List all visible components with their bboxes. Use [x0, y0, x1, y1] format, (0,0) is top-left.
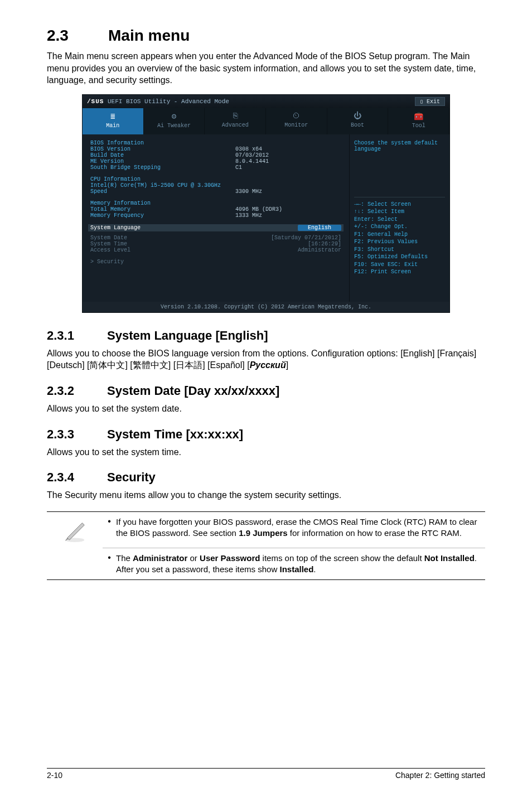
subsection-231-text: Allows you to choose the BIOS language v… — [47, 347, 485, 371]
help-f12: F12: Print Screen — [354, 268, 445, 276]
system-time-label: System Time — [90, 241, 308, 247]
help-hint: Choose the system default language — [354, 140, 445, 152]
gear-icon: ⚙ — [144, 112, 205, 121]
system-date-row[interactable]: System Date[Saturday 07/21/2012] — [90, 235, 341, 241]
bios-version-value: 0308 x64 — [235, 146, 262, 152]
pen-icon — [62, 518, 88, 543]
bios-info-header: BIOS Information — [90, 140, 235, 146]
subsection-233-num: 2.3.3 — [47, 427, 107, 442]
total-memory-label: Total Memory — [90, 206, 235, 212]
subsection-233-text: Allows you to set the system time. — [47, 446, 485, 458]
tool-icon: 🧰 — [388, 112, 449, 121]
tab-monitor-label: Monitor — [284, 122, 308, 128]
monitor-icon: ⏲ — [266, 112, 327, 120]
bios-footer: Version 2.10.1208. Copyright (C) 2012 Am… — [83, 302, 449, 312]
bios-left-panel: BIOS Information BIOS Version0308 x64 Bu… — [83, 134, 349, 302]
help-f1: F1: General Help — [354, 231, 445, 239]
mem-freq-value: 1333 MHz — [235, 212, 262, 219]
me-version-value: 8.0.4.1441 — [235, 158, 269, 165]
system-time-value: [16:26:29] — [308, 241, 341, 247]
note-2-text: The Administrator or User Password items… — [116, 553, 485, 576]
bios-brand: /SUS UEFI BIOS Utility - Advanced Mode — [87, 98, 229, 105]
tab-advanced[interactable]: ⎘Advanced — [205, 108, 266, 134]
tab-main-label: Main — [106, 123, 119, 129]
system-language-label: System Language — [90, 225, 298, 231]
bios-screenshot: /SUS UEFI BIOS Utility - Advanced Mode ▯… — [82, 94, 450, 313]
total-memory-value: 4096 MB (DDR3) — [235, 206, 282, 212]
help-select-screen: →←: Select Screen — [354, 201, 445, 209]
help-f3: F3: Shortcut — [354, 246, 445, 254]
section-number: 2.3 — [47, 27, 108, 45]
access-level-label: Access Level — [90, 247, 298, 253]
help-f10: F10: Save ESC: Exit — [354, 261, 445, 269]
mem-info-header: Memory Information — [90, 200, 235, 206]
subsection-231-title: System Language [English] — [107, 328, 268, 342]
page-footer: 2-10 Chapter 2: Getting started — [47, 768, 485, 780]
bios-logo: /SUS — [87, 98, 104, 105]
bios-tabs: ≣Main ⚙Ai Tweaker ⎘Advanced ⏲Monitor ⏻Bo… — [83, 108, 449, 134]
tab-advanced-label: Advanced — [222, 122, 249, 128]
subsection-232-heading: 2.3.2System Date [Day xx/xx/xxxx] — [47, 384, 485, 398]
note-1-text: If you have forgotten your BIOS password… — [116, 516, 485, 539]
system-date-label: System Date — [90, 235, 271, 241]
section-heading: 2.3Main menu — [47, 27, 485, 45]
exit-button[interactable]: ▯ Exit — [415, 97, 445, 106]
sb-stepping-value: C1 — [235, 165, 242, 171]
tab-ai-tweaker[interactable]: ⚙Ai Tweaker — [144, 108, 205, 134]
tab-boot-label: Boot — [351, 122, 364, 128]
section-intro: The Main menu screen appears when you en… — [47, 50, 485, 86]
tab-tool[interactable]: 🧰Tool — [388, 108, 449, 134]
help-f2: F2: Previous Values — [354, 238, 445, 246]
chapter-label: Chapter 2: Getting started — [395, 771, 485, 780]
cpu-speed-label: Speed — [90, 189, 235, 195]
subsection-234-heading: 2.3.4Security — [47, 470, 485, 485]
help-select-item: ↑↓: Select Item — [354, 208, 445, 216]
section-title-text: Main menu — [108, 27, 190, 44]
subsection-234-num: 2.3.4 — [47, 470, 107, 485]
access-level-row: Access LevelAdministrator — [90, 247, 341, 253]
mem-freq-label: Memory Frequency — [90, 212, 235, 219]
system-language-row[interactable]: System Language English — [88, 224, 344, 231]
subsection-232-title: System Date [Day xx/xx/xxxx] — [107, 384, 279, 398]
security-submenu[interactable]: > Security — [90, 259, 341, 265]
system-language-value: English — [298, 225, 341, 231]
subsection-234-text: The Security menu items allow you to cha… — [47, 489, 485, 501]
bullet-icon: • — [103, 553, 116, 563]
tab-ai-tweaker-label: Ai Tweaker — [157, 123, 191, 129]
bios-version-label: BIOS Version — [90, 146, 235, 152]
build-date-value: 07/03/2012 — [235, 152, 269, 158]
bios-title-text: UEFI BIOS Utility - Advanced Mode — [108, 98, 229, 105]
advanced-icon: ⎘ — [205, 112, 265, 120]
subsection-233-heading: 2.3.3System Time [xx:xx:xx] — [47, 427, 485, 442]
help-change-opt: +/-: Change Opt. — [354, 223, 445, 231]
tab-tool-label: Tool — [412, 123, 425, 129]
system-time-row[interactable]: System Time[16:26:29] — [90, 241, 341, 247]
subsection-233-title: System Time [xx:xx:xx] — [107, 427, 243, 441]
note-block: • If you have forgotten your BIOS passwo… — [47, 511, 485, 581]
bios-help-panel: Choose the system default language →←: S… — [349, 134, 449, 302]
cpu-model: Intel(R) Core(TM) i5-2500 CPU @ 3.30GHz — [90, 182, 221, 189]
help-f5: F5: Optimized Defaults — [354, 253, 445, 261]
cpu-speed-value: 3300 MHz — [235, 189, 262, 195]
system-date-value: [Saturday 07/21/2012] — [271, 235, 341, 241]
bullet-icon: • — [103, 516, 116, 526]
subsection-234-title: Security — [107, 470, 156, 484]
subsection-231-num: 2.3.1 — [47, 328, 107, 343]
help-enter: Enter: Select — [354, 216, 445, 224]
bios-titlebar: /SUS UEFI BIOS Utility - Advanced Mode ▯… — [83, 95, 449, 108]
access-level-value: Administrator — [298, 247, 341, 253]
list-icon: ≣ — [83, 112, 143, 121]
power-icon: ⏻ — [327, 112, 388, 120]
exit-label: Exit — [427, 99, 440, 105]
tab-main[interactable]: ≣Main — [83, 108, 144, 134]
tab-monitor[interactable]: ⏲Monitor — [266, 108, 327, 134]
me-version-label: ME Version — [90, 158, 235, 165]
cpu-info-header: CPU Information — [90, 176, 235, 182]
tab-boot[interactable]: ⏻Boot — [327, 108, 389, 134]
sb-stepping-label: South Bridge Stepping — [90, 165, 235, 171]
subsection-231-heading: 2.3.1System Language [English] — [47, 328, 485, 343]
page-number: 2-10 — [47, 771, 62, 780]
subsection-232-num: 2.3.2 — [47, 384, 107, 398]
build-date-label: Build Date — [90, 152, 235, 158]
subsection-232-text: Allows you to set the system date. — [47, 403, 485, 415]
